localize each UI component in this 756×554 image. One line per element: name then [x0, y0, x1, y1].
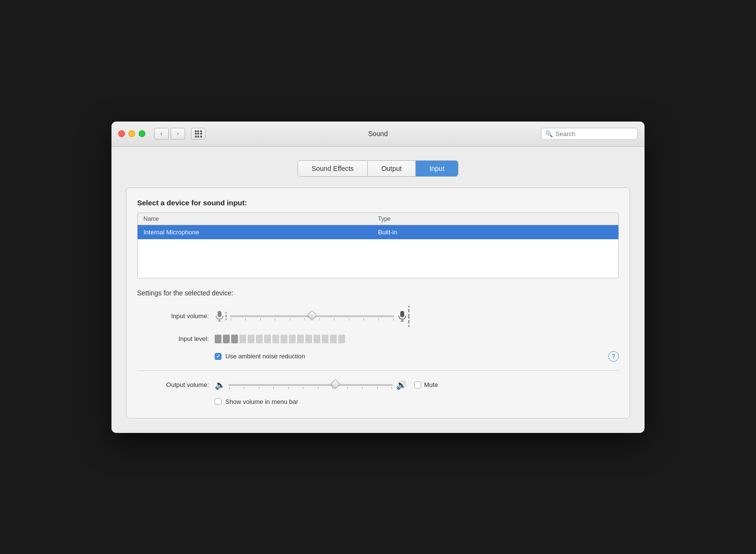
mic-low-bars	[225, 312, 227, 320]
level-bar-7	[264, 335, 271, 343]
level-bar-10	[289, 335, 296, 343]
search-icon: 🔍	[545, 130, 553, 138]
speaker-low-icon: 🔈	[215, 380, 225, 390]
show-volume-label: Show volume in menu bar	[225, 398, 298, 405]
input-volume-row: Input volume:	[137, 306, 619, 327]
grid-view-button[interactable]	[191, 128, 205, 139]
level-bar-8	[272, 335, 279, 343]
level-bar-13	[314, 335, 320, 343]
level-bar-5	[248, 335, 254, 343]
level-bar-2	[223, 335, 230, 343]
input-volume-track[interactable]	[230, 315, 394, 317]
ambient-noise-row: ✓ Use ambient noise reduction ?	[137, 351, 619, 362]
traffic-lights	[118, 130, 145, 137]
window-title: Sound	[368, 130, 388, 138]
level-bar-6	[256, 335, 263, 343]
device-type-cell: Built-in	[378, 229, 613, 236]
back-button[interactable]: ‹	[154, 128, 169, 139]
help-button[interactable]: ?	[608, 351, 619, 362]
settings-panel: Select a device for sound input: Name Ty…	[126, 187, 630, 418]
level-bar-12	[305, 335, 312, 343]
show-volume-checkbox[interactable]	[215, 398, 221, 405]
level-bar-16	[338, 335, 345, 343]
level-bar-15	[330, 335, 337, 343]
svg-rect-0	[218, 311, 221, 317]
input-volume-thumb[interactable]	[308, 311, 316, 322]
level-bar-3	[231, 335, 238, 343]
table-row[interactable]: Internal Microphone Built-in	[138, 225, 618, 239]
mic-low-icon	[215, 310, 227, 322]
ambient-noise-label: Use ambient noise reduction	[225, 353, 305, 360]
search-box[interactable]: 🔍	[541, 128, 638, 140]
level-bar-1	[215, 335, 221, 343]
output-volume-thumb[interactable]	[331, 380, 340, 390]
tab-input[interactable]: Input	[416, 161, 458, 176]
level-bar-4	[239, 335, 246, 343]
tabs-container: Sound Effects Output Input	[126, 160, 630, 177]
mic-high-icon	[397, 306, 410, 327]
mic-high-bars	[408, 306, 410, 327]
input-volume-label: Input volume:	[137, 312, 215, 320]
input-level-label: Input level:	[137, 335, 215, 342]
search-input[interactable]	[555, 130, 633, 138]
mute-checkbox-row[interactable]: Mute	[414, 381, 438, 388]
tab-group: Sound Effects Output Input	[298, 160, 458, 177]
mic-icon-small	[215, 310, 224, 322]
forward-button[interactable]: ›	[171, 128, 185, 139]
tab-sound-effects[interactable]: Sound Effects	[298, 161, 368, 176]
speaker-high-icon: 🔊	[396, 380, 407, 390]
ambient-noise-checkbox[interactable]: ✓	[215, 353, 221, 360]
mute-checkbox[interactable]	[414, 382, 421, 388]
titlebar: ‹ › Sound 🔍	[111, 122, 645, 147]
device-table: Name Type Internal Microphone Built-in	[137, 213, 619, 278]
mute-label: Mute	[424, 381, 438, 388]
level-bar-14	[322, 335, 329, 343]
mic-icon-large	[397, 310, 407, 322]
device-name-cell: Internal Microphone	[143, 229, 378, 236]
device-section-title: Select a device for sound input:	[137, 199, 619, 207]
col-header-type: Type	[378, 215, 613, 222]
section-divider	[137, 370, 619, 371]
svg-rect-3	[400, 311, 404, 317]
level-bar-9	[281, 335, 287, 343]
checkbox-check-icon: ✓	[216, 354, 220, 359]
maximize-button[interactable]	[139, 130, 145, 137]
table-header: Name Type	[138, 213, 618, 225]
output-volume-row: Output volume: 🔈 🔊	[137, 380, 619, 390]
table-empty-space	[138, 239, 618, 278]
input-level-meters	[215, 335, 345, 343]
settings-section-label: Settings for the selected device:	[137, 289, 619, 297]
minimize-button[interactable]	[128, 130, 135, 137]
input-volume-slider-row	[215, 306, 619, 327]
output-volume-label: Output volume:	[137, 381, 215, 388]
output-volume-track[interactable]	[228, 384, 393, 386]
grid-icon	[195, 130, 202, 138]
system-preferences-window: ‹ › Sound 🔍 Sound Effects Output	[111, 122, 645, 433]
show-volume-row: Show volume in menu bar	[215, 398, 619, 405]
close-button[interactable]	[118, 130, 125, 137]
nav-buttons: ‹ ›	[154, 128, 185, 139]
tab-output[interactable]: Output	[368, 161, 416, 176]
level-bar-11	[297, 335, 304, 343]
output-volume-slider-row: 🔈 🔊 Mu	[215, 380, 619, 390]
col-header-name: Name	[143, 215, 378, 222]
content-area: Sound Effects Output Input Select a devi…	[111, 147, 645, 433]
input-level-row: Input level:	[137, 335, 619, 343]
